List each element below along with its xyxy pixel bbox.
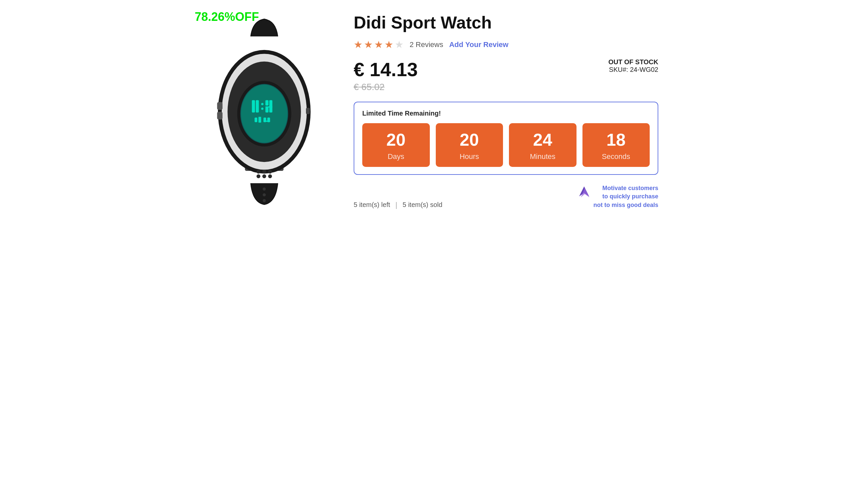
- product-image-wrapper: [195, 13, 334, 206]
- motivate-box: Motivate customersto quickly purchasenot…: [578, 184, 658, 209]
- svg-point-1: [262, 187, 266, 191]
- product-image-section: 78.26%OFF: [195, 10, 334, 206]
- svg-point-0: [262, 193, 266, 196]
- price-section: € 14.13 € 65.02: [353, 58, 418, 92]
- svg-rect-22: [259, 122, 261, 123]
- svg-rect-19: [255, 118, 257, 122]
- add-review-link[interactable]: Add Your Review: [449, 40, 508, 49]
- tile-number-minutes: 24: [533, 131, 552, 148]
- tile-label-hours: Hours: [460, 152, 479, 161]
- bottom-row: 5 item(s) left | 5 item(s) sold Motivate…: [353, 184, 658, 209]
- star-5: ★: [395, 39, 404, 50]
- star-2: ★: [364, 39, 373, 50]
- reviews-count: 2 Reviews: [410, 40, 443, 49]
- svg-rect-18: [266, 106, 273, 107]
- svg-point-13: [261, 103, 264, 105]
- original-price: € 65.02: [353, 82, 418, 92]
- product-title: Didi Sport Watch: [353, 13, 658, 32]
- svg-rect-26: [217, 102, 222, 110]
- svg-point-32: [257, 174, 260, 178]
- svg-point-10: [241, 85, 287, 143]
- tile-number-hours: 20: [460, 131, 479, 148]
- page-container: 78.26%OFF: [195, 10, 658, 209]
- tile-label-seconds: Seconds: [602, 152, 630, 161]
- items-left: 5 item(s) left: [353, 201, 390, 209]
- countdown-tile-minutes: 24 Minutes: [509, 123, 577, 167]
- tile-number-days: 20: [386, 131, 406, 148]
- star-4: ★: [384, 39, 393, 50]
- countdown-box: Limited Time Remaining! 20 Days 20 Hours…: [353, 102, 658, 175]
- countdown-tiles: 20 Days 20 Hours 24 Minutes 18 Seconds: [362, 123, 650, 167]
- svg-rect-16: [266, 107, 269, 112]
- items-sold: 5 item(s) sold: [403, 201, 442, 209]
- product-details: Didi Sport Watch ★ ★ ★ ★ ★ 2 Reviews Add…: [353, 10, 658, 209]
- svg-rect-25: [264, 121, 270, 122]
- countdown-title: Limited Time Remaining!: [362, 110, 650, 117]
- countdown-tile-days: 20 Days: [362, 123, 430, 167]
- svg-point-2: [262, 199, 266, 202]
- svg-point-30: [262, 169, 266, 174]
- svg-rect-21: [259, 117, 261, 118]
- svg-rect-12: [256, 100, 259, 112]
- svg-rect-27: [217, 112, 222, 119]
- tile-label-minutes: Minutes: [530, 152, 555, 161]
- current-price: € 14.13: [353, 58, 418, 80]
- price-stock-row: € 14.13 € 65.02 OUT OF STOCK SKU#: 24-WG…: [353, 58, 658, 94]
- items-info: 5 item(s) left | 5 item(s) sold: [353, 201, 442, 209]
- star-3: ★: [374, 39, 383, 50]
- svg-point-33: [262, 174, 266, 178]
- motivate-text: Motivate customersto quickly purchasenot…: [593, 184, 658, 209]
- stock-info: OUT OF STOCK SKU#: 24-WG02: [608, 58, 658, 73]
- svg-point-14: [261, 108, 264, 110]
- motivate-icon: [578, 185, 591, 198]
- stars-container: ★ ★ ★ ★ ★: [353, 39, 404, 50]
- items-divider: |: [395, 201, 397, 209]
- svg-point-34: [268, 174, 272, 178]
- svg-point-29: [257, 169, 260, 174]
- star-1: ★: [353, 39, 363, 50]
- svg-rect-15: [266, 100, 269, 105]
- reviews-row: ★ ★ ★ ★ ★ 2 Reviews Add Your Review: [353, 39, 658, 50]
- svg-rect-11: [252, 100, 255, 112]
- sku-label: SKU#: 24-WG02: [608, 66, 658, 73]
- svg-rect-28: [306, 108, 310, 114]
- tile-label-days: Days: [388, 152, 404, 161]
- countdown-tile-hours: 20 Hours: [436, 123, 503, 167]
- svg-point-31: [268, 169, 272, 174]
- product-image: [195, 13, 334, 206]
- out-of-stock-label: OUT OF STOCK: [608, 58, 658, 66]
- discount-badge: 78.26%OFF: [195, 10, 259, 24]
- tile-number-seconds: 18: [606, 131, 625, 148]
- countdown-tile-seconds: 18 Seconds: [582, 123, 650, 167]
